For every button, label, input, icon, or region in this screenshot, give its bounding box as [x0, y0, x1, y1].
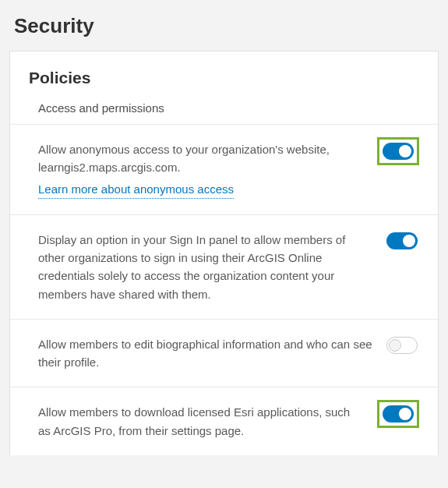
- page-title: Security: [0, 0, 448, 51]
- security-settings-page: Security Policies Access and permissions…: [0, 0, 448, 455]
- policies-title: Policies: [10, 69, 438, 101]
- toggle-highlight: [377, 137, 419, 165]
- setting-cross-org-signin: Display an option in your Sign In panel …: [10, 214, 438, 319]
- setting-description: Allow anonymous access to your organizat…: [38, 140, 365, 199]
- policies-card: Policies Access and permissions Allow an…: [9, 51, 439, 455]
- toggle-container: [385, 231, 419, 251]
- setting-anonymous-access: Allow anonymous access to your organizat…: [10, 124, 438, 214]
- toggle-highlight: [377, 400, 419, 428]
- toggle-anonymous-access[interactable]: [383, 143, 414, 160]
- section-access-permissions: Access and permissions: [10, 101, 438, 124]
- toggle-download-apps[interactable]: [383, 405, 414, 423]
- setting-text: Allow members to download licensed Esri …: [38, 405, 350, 437]
- setting-description: Display an option in your Sign In panel …: [38, 231, 372, 303]
- setting-download-apps: Allow members to download licensed Esri …: [10, 387, 438, 455]
- setting-text: Allow members to edit biographical infor…: [38, 338, 372, 369]
- setting-description: Allow members to edit biographical infor…: [38, 335, 372, 372]
- setting-text: Display an option in your Sign In panel …: [38, 233, 345, 301]
- learn-more-link[interactable]: Learn more about anonymous access: [38, 180, 234, 199]
- toggle-edit-bio[interactable]: [386, 337, 418, 354]
- toggle-cross-org-signin[interactable]: [386, 232, 418, 249]
- setting-edit-bio: Allow members to edit biographical infor…: [10, 319, 438, 387]
- setting-description: Allow members to download licensed Esri …: [38, 403, 365, 440]
- setting-text: Allow anonymous access to your organizat…: [38, 143, 330, 174]
- toggle-container: [385, 335, 419, 355]
